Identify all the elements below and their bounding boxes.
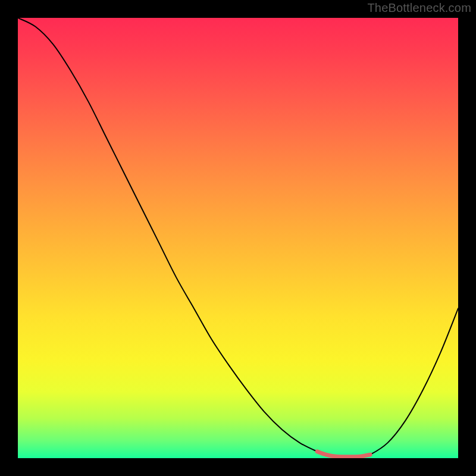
chart-svg [18,18,458,458]
chart-container: TheBottleneck.com [0,0,476,476]
watermark: TheBottleneck.com [367,1,471,15]
plot-area [18,18,458,458]
bottleneck-curve [18,18,458,457]
plateau-highlight [317,452,370,457]
